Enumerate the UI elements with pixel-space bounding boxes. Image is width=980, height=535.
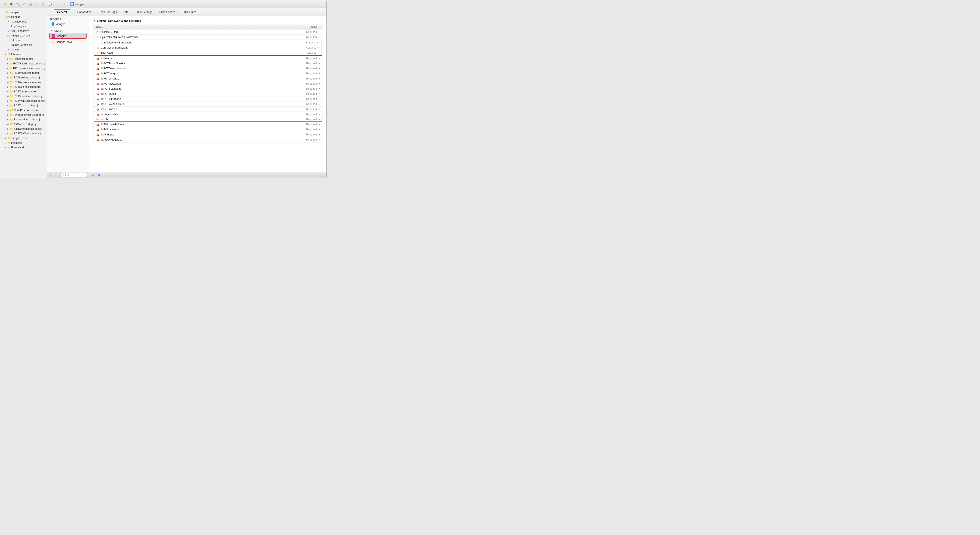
remove-target-button[interactable]: − — [54, 173, 59, 177]
disclosure-triangle[interactable] — [7, 114, 9, 116]
sidebar-item-rctnetwork[interactable]: 📁 RCTNetwork.xcodeproj — [0, 80, 47, 84]
sidebar-item-appdelegate-m[interactable]: m AppDelegate.m — [0, 29, 47, 33]
stepper-icon[interactable]: ▲▼ — [317, 139, 320, 141]
warning-toggle-button[interactable]: ⚠ — [91, 173, 95, 178]
sidebar-item-appdelegate-h[interactable]: h AppDelegate.h — [0, 24, 47, 29]
disclosure-triangle[interactable] — [7, 105, 9, 106]
sidebar-item-info-plist[interactable]: 📄 Info.plist — [0, 38, 47, 43]
disclosure-triangle[interactable] — [7, 119, 9, 121]
sidebar-item-codepush[interactable]: 📁 CodePush.xcodeproj — [0, 108, 47, 113]
tab-build-phases[interactable]: Build Phases — [156, 8, 179, 16]
sidebar-item-xiangke-root[interactable]: 📁 xiangke — [0, 10, 47, 14]
disclosure-triangle[interactable] — [5, 16, 6, 18]
disclosure-triangle[interactable] — [7, 95, 9, 97]
flag-button[interactable]: ⚑ — [97, 173, 101, 178]
disclosure-triangle[interactable] — [7, 67, 8, 69]
sidebar-item-react[interactable]: 📁 React.xcodeproj — [0, 57, 47, 61]
sidebar-item-main-m[interactable]: m main.m — [0, 47, 47, 52]
folder-icon[interactable]: 📁 — [3, 2, 8, 6]
back-button[interactable]: ‹ — [56, 2, 62, 6]
disclosure-triangle[interactable] — [5, 146, 6, 149]
stepper-icon[interactable]: ▲▼ — [317, 83, 320, 84]
diamond-icon[interactable]: ◇ — [28, 2, 33, 6]
stepper-icon[interactable]: ▲▼ — [317, 62, 320, 64]
sidebar-item-frameworks[interactable]: 📁 Frameworks — [0, 145, 47, 150]
tab-general[interactable]: General — [50, 8, 74, 16]
tab-resource-tags[interactable]: Resource Tags — [95, 8, 120, 16]
section-disclosure-triangle[interactable]: ▼ — [94, 20, 95, 22]
stepper-icon[interactable]: ▲▼ — [317, 36, 320, 38]
stepper-icon[interactable]: ▲▼ — [317, 113, 320, 115]
stepper-icon[interactable]: ▲▼ — [317, 129, 320, 130]
sidebar-item-xiangketests[interactable]: 📁 xiangkeTests — [0, 136, 47, 141]
stepper-icon[interactable]: ▲▼ — [317, 73, 320, 74]
stepper-icon[interactable]: ▲▼ — [317, 119, 320, 120]
sidebar-item-rctwechat[interactable]: 📁 RCTWeChat.xcodeproj — [0, 131, 47, 136]
sidebar-item-alipaymodule[interactable]: 📁 AlipayModule.xcodeproj — [0, 127, 47, 131]
sidebar-item-rcttext[interactable]: 📁 RCTText.xcodeproj — [0, 89, 47, 94]
sidebar-item-products[interactable]: 📁 Products — [0, 141, 47, 145]
stepper-icon[interactable]: ▲▼ — [317, 93, 320, 95]
forward-button[interactable]: › — [62, 2, 67, 6]
disclosure-triangle[interactable] — [7, 81, 9, 83]
stepper-icon[interactable]: ▲▼ — [317, 78, 320, 79]
sidebar-item-airmaps[interactable]: 📁 AirMaps.xcodeproj — [0, 122, 47, 127]
disclosure-triangle[interactable] — [7, 86, 9, 88]
tab-build-rules[interactable]: Build Rules — [179, 8, 200, 16]
sidebar-item-rcttoast[interactable]: 📁 RCTToast.xcodeproj — [0, 103, 47, 108]
target-item-xiangketests[interactable]: 📁 xiangkeTests — [49, 39, 86, 44]
sidebar-item-rctimage[interactable]: 📁 RCTImage.xcodeproj — [0, 71, 47, 75]
target-item-xiangke[interactable]: ♛ xiangke — [50, 33, 86, 38]
tab-capabilities[interactable]: Capabilities — [74, 8, 95, 16]
disclosure-triangle[interactable] — [7, 90, 9, 93]
stepper-icon[interactable]: ▲▼ — [317, 134, 320, 135]
disclosure-triangle[interactable] — [5, 53, 6, 55]
tab-info[interactable]: Info — [121, 8, 132, 16]
stepper-icon[interactable]: ▲▼ — [317, 57, 320, 59]
list-icon[interactable]: ≡ — [35, 2, 39, 6]
sidebar-item-xiangke-group[interactable]: 📂 xiangke — [0, 14, 47, 19]
comment-icon[interactable]: 💬 — [47, 2, 52, 6]
sidebar-item-rctsettings[interactable]: 📁 RCTSettings.xcodeproj — [0, 84, 47, 89]
sidebar-item-rnimagepicker[interactable]: 📁 RNImagePicker.xcodeproj — [0, 113, 47, 117]
disclosure-triangle[interactable] — [5, 142, 6, 144]
stepper-icon[interactable]: ▲▼ — [317, 124, 320, 125]
sidebar-item-rctactionsheet[interactable]: 📁 RCTActionSheet.xcodeproj — [0, 61, 47, 66]
disclosure-triangle[interactable] — [7, 132, 9, 135]
disclosure-triangle[interactable] — [3, 11, 5, 13]
tag-icon[interactable]: ⬡ — [41, 2, 46, 6]
filter-box[interactable]: ⊙ Filter — [60, 173, 88, 177]
sidebar-item-rctvibration[interactable]: 📁 RCTVibration.xcodeproj — [0, 94, 47, 98]
sidebar-item-rnlocation[interactable]: 📁 RNLocation.xcodeproj — [0, 117, 47, 122]
sidebar-item-main-jsbundle[interactable]: ● main.jsbundle — [0, 19, 47, 24]
sidebar-item-launchscreen-xib[interactable]: ✕ LaunchScreen.xib — [0, 43, 47, 47]
stepper-icon[interactable]: ▲▼ — [317, 103, 320, 105]
sidebar-item-rctlinking[interactable]: 📁 RCTLinking.xcodeproj — [0, 75, 47, 80]
sidebar-item-rctwebsocket[interactable]: 📁 RCTWebSocket.xcodeproj — [0, 98, 47, 103]
disclosure-triangle[interactable] — [7, 58, 9, 60]
search-icon[interactable]: 🔍 — [16, 2, 20, 6]
project-item-xiangke[interactable]: 📘 xiangke — [49, 21, 86, 27]
disclosure-triangle[interactable] — [7, 100, 9, 102]
disclosure-triangle[interactable] — [7, 109, 9, 111]
sidebar-item-rctgeolocation[interactable]: 📁 RCTGeolocation.xcodeproj — [0, 66, 47, 71]
tab-build-settings[interactable]: Build Settings — [132, 8, 156, 16]
disclosure-triangle[interactable] — [7, 76, 9, 79]
stepper-icon[interactable]: ▲▼ — [317, 31, 320, 33]
disclosure-triangle[interactable] — [7, 72, 9, 74]
stepper-icon[interactable]: ▲▼ — [317, 42, 320, 43]
stepper-icon[interactable]: ▲▼ — [317, 47, 320, 48]
grid-icon[interactable]: ⊞ — [9, 2, 14, 6]
stepper-icon[interactable]: ▲▼ — [317, 88, 320, 89]
disclosure-triangle[interactable] — [7, 128, 9, 130]
sidebar-item-libraries[interactable]: 📁 Libraries — [0, 52, 47, 57]
warning-icon[interactable]: ⚠ — [22, 2, 27, 6]
sidebar-item-images-xcassets[interactable]: 📁 Images.xcassets — [0, 33, 47, 38]
stepper-icon[interactable]: ▲▼ — [317, 52, 320, 54]
add-target-button[interactable]: + — [49, 173, 53, 177]
disclosure-triangle[interactable] — [7, 123, 9, 125]
stepper-icon[interactable]: ▲▼ — [317, 98, 320, 100]
disclosure-triangle[interactable] — [5, 137, 6, 139]
stepper-icon[interactable]: ▲▼ — [317, 108, 320, 110]
disclosure-triangle[interactable] — [7, 62, 8, 65]
